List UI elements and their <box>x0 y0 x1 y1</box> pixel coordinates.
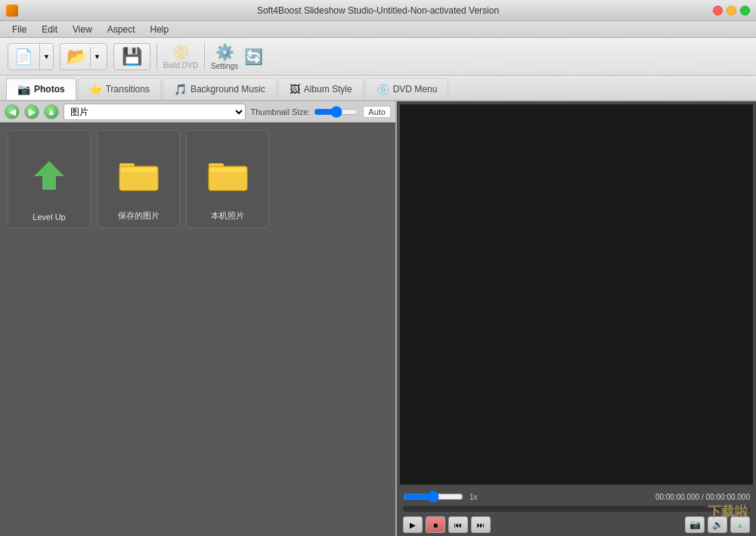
minimize-button[interactable] <box>727 5 736 15</box>
dvd-menu-tab-icon: 💿 <box>376 83 389 95</box>
svg-rect-4 <box>121 168 156 172</box>
pathbar: ◀ ▶ ▲ 图片 Thumbnail Size: Auto <box>0 101 395 122</box>
play-controls: ▶ ■ ⏮ ⏭ <box>403 516 491 533</box>
nav-up-button[interactable]: ▲ <box>44 104 59 119</box>
toolbar-separator2 <box>204 43 205 70</box>
photos-tab-icon: 📷 <box>17 83 30 95</box>
tab-photos[interactable]: 📷 Photos <box>6 78 76 100</box>
level-up-icon-container <box>29 138 69 212</box>
prev-button[interactable]: ⏮ <box>448 516 468 533</box>
speed-row: 1x 00:00:00.000 / 00:00:00.000 <box>403 491 750 503</box>
main-area: ◀ ▶ ▲ 图片 Thumbnail Size: Auto <box>0 101 756 536</box>
new-button-group[interactable]: 📄 ▼ <box>8 43 54 70</box>
tab-album-style-label: Album Style <box>304 84 352 94</box>
save-button[interactable]: 💾 <box>113 43 150 70</box>
open-folder-icon: 📂 <box>67 47 87 67</box>
preview-panel: 1x 00:00:00.000 / 00:00:00.000 ▶ ■ ⏮ ⏭ 📷… <box>397 101 756 536</box>
settings-icon: ⚙️ <box>215 43 234 61</box>
new-button-main[interactable]: 📄 <box>8 45 39 69</box>
save-icon: 💾 <box>122 47 142 67</box>
tab-album-style[interactable]: 🖼 Album Style <box>278 78 364 100</box>
tab-background-music-label: Background Music <box>191 84 265 94</box>
speed-label: 1x <box>469 493 485 501</box>
folder1-icon <box>118 157 160 191</box>
new-document-icon: 📄 <box>14 48 33 66</box>
level-up-icon <box>29 157 69 194</box>
dvd-icon: 📀 <box>172 44 189 60</box>
menubar: File Edit View Aspect Help <box>0 21 756 38</box>
folder1-icon-container <box>118 138 160 210</box>
tab-transitions[interactable]: ⭐ Transitions <box>78 78 161 100</box>
svg-rect-8 <box>210 168 246 172</box>
preview-controls: 1x 00:00:00.000 / 00:00:00.000 ▶ ■ ⏮ ⏭ 📷… <box>397 488 756 536</box>
screenshot-button[interactable]: 📷 <box>685 516 705 533</box>
menu-edit[interactable]: Edit <box>36 23 64 36</box>
file-item-folder2[interactable]: 本机照片 <box>186 130 269 228</box>
app-icon <box>6 5 18 17</box>
build-dvd-button: 📀 Build DVD <box>163 44 198 70</box>
titlebar: Soft4Boost Slideshow Studio-Untitled-Non… <box>0 0 756 21</box>
toolbar: 📄 ▼ 📂 ▼ 💾 📀 Build DVD ⚙️ Settings 🔄 <box>0 38 756 76</box>
music-tab-icon: 🎵 <box>174 83 187 95</box>
stop-button[interactable]: ■ <box>426 516 445 533</box>
folder2-icon <box>207 157 249 191</box>
tab-dvd-menu[interactable]: 💿 DVD Menu <box>365 78 449 100</box>
menu-aspect[interactable]: Aspect <box>101 23 141 36</box>
fullscreen-button[interactable]: ▲ <box>730 516 750 533</box>
path-select[interactable]: 图片 <box>64 104 246 120</box>
filegrid: Level Up 保存的图片 <box>0 122 395 536</box>
preview-screen <box>400 104 753 485</box>
tab-background-music[interactable]: 🎵 Background Music <box>163 78 277 100</box>
nav-forward-button[interactable]: ▶ <box>24 104 39 119</box>
settings-label: Settings <box>211 62 238 70</box>
thumb-size-label: Thumbnail Size: <box>250 107 310 116</box>
play-button[interactable]: ▶ <box>403 516 423 533</box>
file-label-folder1: 保存的图片 <box>118 210 160 222</box>
right-controls: 📷 🔊 ▲ <box>685 516 750 533</box>
update-button[interactable]: 🔄 <box>244 48 263 66</box>
svg-marker-0 <box>34 161 64 190</box>
close-button[interactable] <box>713 5 723 15</box>
toolbar-sep <box>90 47 91 67</box>
folder2-icon-container <box>207 138 249 210</box>
menu-file[interactable]: File <box>6 23 33 36</box>
file-label-folder2: 本机照片 <box>211 210 244 222</box>
auto-button[interactable]: Auto <box>363 106 391 118</box>
build-dvd-label: Build DVD <box>163 61 198 70</box>
menu-view[interactable]: View <box>67 23 98 36</box>
tab-photos-label: Photos <box>34 84 65 94</box>
app-title: Soft4Boost Slideshow Studio-Untitled-Non… <box>257 5 499 16</box>
speed-slider[interactable] <box>403 491 463 503</box>
playback-row: ▶ ■ ⏮ ⏭ 📷 🔊 ▲ <box>403 516 750 533</box>
menu-help[interactable]: Help <box>144 23 175 36</box>
tab-dvd-menu-label: DVD Menu <box>393 84 438 94</box>
file-label-level-up: Level Up <box>33 212 65 222</box>
tabbar: 📷 Photos ⭐ Transitions 🎵 Background Musi… <box>0 76 756 101</box>
update-icon: 🔄 <box>244 48 263 66</box>
thumb-size-slider[interactable] <box>314 106 359 118</box>
tab-transitions-label: Transitions <box>106 84 150 94</box>
maximize-button[interactable] <box>740 5 750 15</box>
progress-bar[interactable] <box>403 506 750 512</box>
volume-button[interactable]: 🔊 <box>708 516 727 533</box>
album-style-tab-icon: 🖼 <box>290 83 300 95</box>
open-button[interactable]: 📂 ▼ <box>60 43 107 70</box>
toolbar-separator <box>156 43 157 70</box>
traffic-lights <box>713 5 750 15</box>
new-dropdown-arrow[interactable]: ▼ <box>40 53 53 60</box>
settings-button[interactable]: ⚙️ Settings <box>211 43 238 70</box>
open-dropdown-arrow[interactable]: ▼ <box>94 53 101 60</box>
next-button[interactable]: ⏭ <box>471 516 491 533</box>
time-display: 00:00:00.000 / 00:00:00.000 <box>655 493 750 501</box>
thumb-size-container: Thumbnail Size: Auto <box>250 106 391 118</box>
filebrowser: ◀ ▶ ▲ 图片 Thumbnail Size: Auto <box>0 101 397 536</box>
file-item-level-up[interactable]: Level Up <box>8 130 91 228</box>
nav-back-button[interactable]: ◀ <box>5 104 20 119</box>
transitions-tab-icon: ⭐ <box>89 83 102 95</box>
file-item-folder1[interactable]: 保存的图片 <box>97 130 180 228</box>
